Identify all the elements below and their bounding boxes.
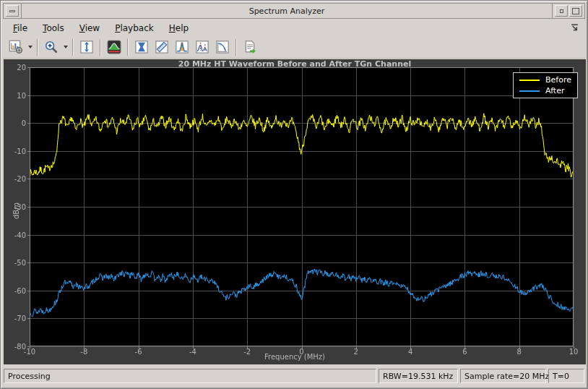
menu-file[interactable]: File (9, 22, 32, 35)
zoom-in-button[interactable] (42, 38, 61, 56)
window-title: Spectrum Analyzer (22, 7, 552, 16)
x-tick-label: 8 (517, 348, 522, 356)
legend[interactable]: Before After (513, 72, 578, 98)
x-tick-label: 10 (569, 348, 579, 356)
title-bar-right (552, 4, 584, 18)
y-tick-label: -50 (4, 259, 26, 267)
y-tick-label: 0 (4, 119, 26, 127)
zoom-in-icon (44, 40, 59, 54)
toolbar-separator (127, 38, 129, 56)
spectral-mask-button[interactable] (132, 38, 151, 56)
maximize-icon (572, 8, 579, 14)
minimize-icon (560, 9, 563, 13)
status-sample-rate: Sample rate=20 MHz (460, 369, 546, 383)
legend-entry-after: After (519, 87, 571, 95)
y-tick-label: 10 (4, 91, 26, 99)
toolbar (3, 35, 585, 59)
peak-finder-button[interactable] (173, 38, 191, 56)
x-tick-label: -4 (189, 348, 196, 356)
status-processing: Processing (4, 369, 376, 383)
x-tick-label: -6 (135, 348, 142, 356)
dock-arrow-icon (570, 23, 579, 33)
spectral-mask-icon (134, 40, 149, 54)
zoom-dropdown[interactable] (61, 38, 69, 56)
window-menu-icon (9, 10, 15, 12)
legend-label-before: Before (545, 76, 571, 84)
ccdf-measurements-icon (215, 40, 230, 54)
toolbar-separator (100, 38, 101, 56)
menu-tools[interactable]: Tools (38, 22, 69, 35)
measurements-ruler-button[interactable] (152, 38, 171, 56)
y-tick-label: -20 (4, 175, 26, 183)
measurements-ruler-icon (155, 40, 169, 54)
x-axis-label: Frequency (MHz) (4, 353, 586, 361)
status-rbw: RBW=19.531 kHz (379, 369, 458, 383)
plot-title: 20 MHz HT Waveform Before and After TGn … (4, 59, 586, 69)
spectrum-settings-button[interactable] (105, 38, 124, 56)
full-span-button[interactable] (77, 38, 96, 56)
toolbar-separator (72, 38, 74, 56)
configuration-dropdown[interactable] (26, 38, 34, 56)
y-tick-label: -40 (4, 231, 26, 239)
title-bar-left (4, 4, 22, 18)
y-tick-label: -60 (4, 286, 26, 294)
title-bar: Spectrum Analyzer (3, 3, 585, 19)
spectrum-canvas[interactable] (4, 59, 586, 364)
x-tick-label: 0 (299, 348, 303, 356)
legend-label-after: After (545, 87, 564, 95)
y-tick-label: -30 (4, 203, 26, 211)
x-tick-label: 6 (462, 348, 467, 356)
window-menu-button[interactable] (6, 5, 19, 17)
y-tick-label: 20 (4, 64, 26, 72)
ccdf-measurements-button[interactable] (213, 38, 232, 56)
minimize-button[interactable] (555, 5, 568, 17)
menu-view[interactable]: View (75, 22, 104, 35)
legend-line-before (519, 80, 540, 81)
menu-help[interactable]: Help (165, 22, 193, 35)
x-tick-label: -8 (80, 348, 87, 356)
y-tick-label: -70 (4, 315, 26, 322)
distortion-measurements-button[interactable] (193, 38, 212, 56)
legend-entry-before: Before (519, 76, 571, 84)
y-tick-label: -10 (4, 147, 26, 155)
x-tick-label: 4 (408, 348, 412, 356)
generate-script-icon (243, 40, 257, 54)
configuration-button[interactable] (7, 38, 25, 56)
toolbar-separator (37, 38, 38, 56)
maximize-button[interactable] (569, 5, 582, 17)
distortion-measurements-icon (195, 40, 209, 54)
x-tick-label: 2 (354, 348, 358, 356)
full-span-icon (79, 40, 94, 54)
generate-script-button[interactable] (241, 38, 259, 56)
menu-bar: File Tools View Playback Help (3, 20, 585, 35)
toolbar-separator (235, 38, 237, 56)
peak-finder-icon (175, 40, 189, 54)
x-tick-label: -2 (243, 348, 251, 356)
spectrum-settings-icon (107, 40, 121, 54)
status-bar: Processing RBW=19.531 kHz Sample rate=20… (3, 367, 585, 385)
status-time: T=0 (548, 369, 584, 383)
configuration-icon (9, 40, 23, 54)
legend-line-after (519, 90, 540, 92)
dock-button[interactable] (569, 23, 579, 33)
chevron-down-icon (64, 46, 68, 48)
y-tick-label: -80 (4, 343, 26, 351)
spectrum-analyzer-window: Spectrum Analyzer File Tools View Playba… (0, 0, 588, 389)
menu-playback[interactable]: Playback (111, 22, 158, 35)
plot-container: 20 MHz HT Waveform Before and After TGn … (4, 59, 586, 364)
chevron-down-icon (28, 46, 33, 48)
